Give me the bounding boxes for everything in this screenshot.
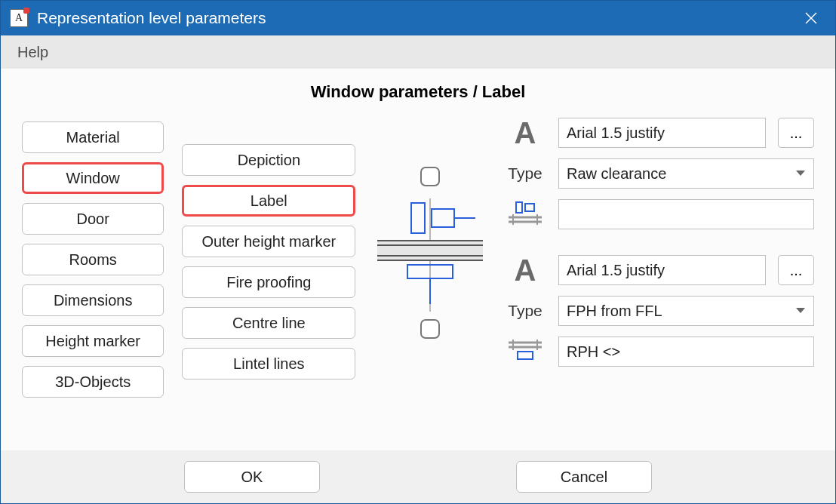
label-position-lower-icon[interactable] <box>509 338 542 365</box>
cancel-button[interactable]: Cancel <box>516 461 652 493</box>
dialog-footer: OK Cancel <box>1 450 835 503</box>
close-icon <box>804 11 818 25</box>
upper-label-checkbox[interactable] <box>420 167 440 186</box>
page-heading: Window parameters / Label <box>173 82 663 102</box>
tab-rooms[interactable]: Rooms <box>22 244 164 275</box>
tab-door[interactable]: Door <box>22 203 164 235</box>
svg-rect-4 <box>432 209 454 227</box>
upper-format-input[interactable] <box>558 199 814 229</box>
subcategory-tabs: Depiction Label Outer height marker Fire… <box>182 144 355 398</box>
lower-format-input[interactable] <box>558 337 814 367</box>
content-area: Window parameters / Label Material Windo… <box>1 69 835 450</box>
upper-font-input[interactable] <box>558 118 766 148</box>
category-tabs: Material Window Door Rooms Dimensions He… <box>22 121 164 398</box>
lower-font-ellipsis-button[interactable]: ... <box>778 255 814 285</box>
font-icon-upper: A <box>515 116 536 150</box>
menubar: Help <box>1 35 835 69</box>
label-position-upper-icon[interactable] <box>509 201 542 228</box>
svg-rect-3 <box>411 203 425 233</box>
lower-font-input[interactable] <box>558 255 766 285</box>
tab-material[interactable]: Material <box>22 121 164 153</box>
upper-font-ellipsis-button[interactable]: ... <box>778 118 814 148</box>
close-button[interactable] <box>796 3 826 33</box>
titlebar: A Representation level parameters <box>1 1 835 35</box>
tab-height-marker[interactable]: Height marker <box>22 325 164 357</box>
lower-label-checkbox[interactable] <box>420 319 440 339</box>
window-preview-icon <box>377 198 483 312</box>
svg-rect-14 <box>525 204 534 211</box>
upper-type-select[interactable]: Raw clearance <box>558 158 814 189</box>
subtab-label[interactable]: Label <box>182 185 355 217</box>
tab-dimensions[interactable]: Dimensions <box>22 284 164 316</box>
window-title: Representation level parameters <box>37 9 796 27</box>
subtab-outer-height-marker[interactable]: Outer height marker <box>182 226 355 257</box>
svg-rect-6 <box>377 241 483 260</box>
lower-type-label: Type <box>508 302 542 320</box>
menu-help[interactable]: Help <box>17 44 48 61</box>
svg-rect-23 <box>518 352 533 359</box>
font-icon-lower: A <box>515 254 536 287</box>
app-icon: A <box>10 9 28 27</box>
preview-column <box>373 121 486 398</box>
subtab-depiction[interactable]: Depiction <box>182 144 355 176</box>
tab-3d-objects[interactable]: 3D-Objects <box>22 366 164 398</box>
subtab-lintel-lines[interactable]: Lintel lines <box>182 348 355 380</box>
upper-type-label: Type <box>508 164 542 183</box>
lower-type-select[interactable]: FPH from FFL <box>558 296 814 326</box>
parameters-panel: A ... Type Raw clearance <box>504 117 814 398</box>
svg-rect-13 <box>516 202 522 213</box>
ok-button[interactable]: OK <box>184 461 320 493</box>
subtab-centre-line[interactable]: Centre line <box>182 307 355 339</box>
tab-window[interactable]: Window <box>22 162 164 194</box>
subtab-fire-proofing[interactable]: Fire proofing <box>182 266 355 298</box>
